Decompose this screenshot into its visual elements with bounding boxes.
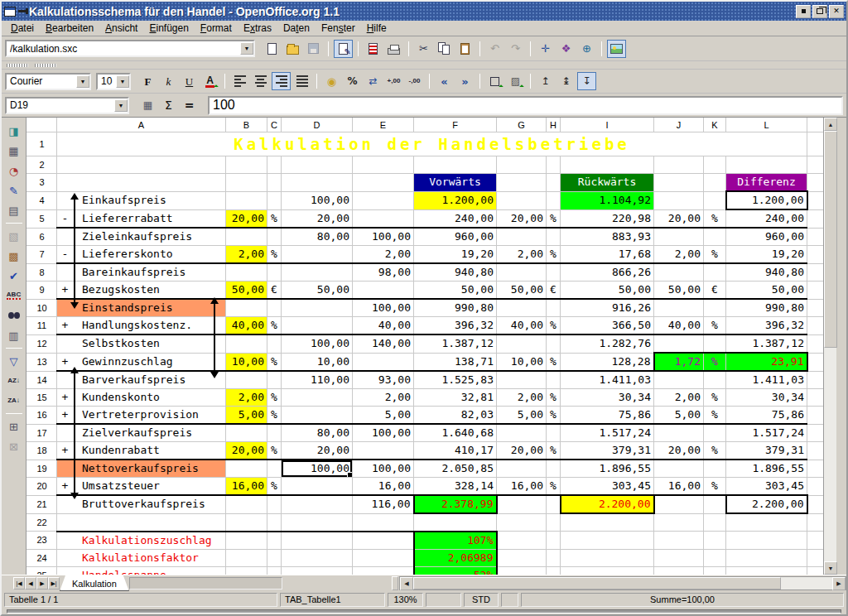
cell-filler[interactable] bbox=[807, 532, 824, 550]
cell-L6[interactable]: 960,00 bbox=[726, 228, 807, 246]
cell-L9[interactable]: 50,00 bbox=[726, 282, 807, 300]
cell-B6[interactable] bbox=[226, 228, 267, 246]
data-sources-icon[interactable]: ▥ bbox=[4, 325, 24, 345]
menu-item-einfügen[interactable]: Einfügen bbox=[143, 22, 194, 35]
cell-I23[interactable] bbox=[561, 532, 654, 550]
add-decimal-icon[interactable]: +,00 bbox=[384, 72, 403, 90]
cell-G6[interactable] bbox=[497, 228, 547, 246]
cell-L17[interactable]: 1.517,24 bbox=[726, 424, 807, 442]
column-header-H[interactable]: H bbox=[547, 118, 561, 132]
row-header-4[interactable]: 4 bbox=[27, 191, 57, 209]
column-header-C[interactable]: C bbox=[267, 118, 282, 132]
insert-icon[interactable]: ◨ bbox=[4, 121, 24, 141]
document-url-combobox[interactable]: /kalkulation.sxc ▼ bbox=[5, 40, 255, 57]
cell-A25[interactable]: Handelsspanne bbox=[57, 566, 226, 575]
cell-H19[interactable] bbox=[547, 460, 561, 478]
cell-A22[interactable] bbox=[57, 513, 226, 532]
cell-G3[interactable] bbox=[497, 174, 547, 192]
cell-B4[interactable] bbox=[226, 191, 267, 209]
cell-J12[interactable] bbox=[654, 334, 704, 353]
cell-I19[interactable]: 1.896,55 bbox=[561, 460, 654, 478]
cell-F13[interactable]: 138,71 bbox=[414, 353, 497, 371]
cell-K19[interactable] bbox=[704, 460, 726, 478]
cell-G21[interactable] bbox=[497, 495, 547, 513]
cell-F23[interactable]: 107% bbox=[414, 532, 497, 550]
previous-sheet-button[interactable]: ◀ bbox=[25, 577, 36, 590]
formula-input[interactable]: 100 bbox=[208, 96, 843, 115]
cell-C8[interactable] bbox=[267, 263, 282, 282]
cell-H2[interactable] bbox=[547, 156, 561, 174]
cell-G18[interactable]: 20,00 bbox=[497, 442, 547, 460]
row-header-13[interactable]: 13 bbox=[27, 353, 57, 371]
cell-K18[interactable]: % bbox=[704, 442, 726, 460]
cell-B13[interactable]: 10,00 bbox=[226, 353, 267, 371]
cell-E14[interactable]: 93,00 bbox=[353, 371, 414, 389]
cell-E20[interactable]: 16,00 bbox=[353, 478, 414, 496]
sort-ascending-icon[interactable]: AZ↓ bbox=[4, 371, 24, 391]
next-sheet-button[interactable]: ▶ bbox=[36, 577, 48, 590]
auto-spellcheck-icon[interactable]: ABC bbox=[4, 286, 24, 306]
cell-J20[interactable]: 16,00 bbox=[654, 478, 704, 496]
cell-L15[interactable]: 30,34 bbox=[726, 389, 807, 407]
cell-filler[interactable] bbox=[807, 282, 824, 300]
horizontal-scroll-track[interactable] bbox=[781, 577, 832, 590]
cell-D21[interactable] bbox=[282, 495, 353, 513]
cell-J13[interactable]: 1,72 bbox=[654, 353, 704, 371]
cell-F10[interactable]: 990,80 bbox=[414, 299, 497, 317]
cell-H21[interactable] bbox=[547, 495, 561, 513]
scroll-right-button[interactable]: ▶ bbox=[832, 577, 846, 590]
cell-I12[interactable]: 1.282,76 bbox=[561, 334, 654, 353]
cell-B7[interactable]: 2,00 bbox=[226, 246, 267, 264]
cell-I24[interactable] bbox=[561, 549, 654, 566]
cell-H5[interactable]: % bbox=[547, 209, 561, 228]
draw-functions-icon[interactable]: ✎ bbox=[4, 180, 24, 200]
cell-L23[interactable] bbox=[726, 532, 807, 550]
row-header-9[interactable]: 9 bbox=[27, 282, 57, 300]
sheet-tab-kalkulation[interactable]: Kalkulation bbox=[60, 575, 129, 591]
cell-C19[interactable] bbox=[267, 460, 282, 478]
cell-K25[interactable] bbox=[704, 566, 726, 575]
row-header-19[interactable]: 19 bbox=[27, 460, 57, 478]
cell-E13[interactable] bbox=[353, 353, 414, 371]
indent-decrease-icon[interactable]: « bbox=[435, 72, 454, 90]
cell-K14[interactable] bbox=[704, 371, 726, 389]
cell-F22[interactable] bbox=[414, 513, 497, 532]
cell-filler[interactable] bbox=[807, 513, 824, 532]
font-size-combobox[interactable]: 10 ▼ bbox=[96, 73, 131, 90]
cell-A23[interactable]: Kalkulationszuschlag bbox=[57, 532, 226, 550]
cell-J19[interactable] bbox=[654, 460, 704, 478]
cell-C23[interactable] bbox=[267, 532, 282, 550]
cell-K8[interactable] bbox=[704, 263, 726, 282]
cell-G4[interactable] bbox=[497, 191, 547, 209]
cell-C17[interactable] bbox=[267, 424, 282, 442]
cell-J14[interactable] bbox=[654, 371, 704, 389]
cell-K6[interactable] bbox=[704, 228, 726, 246]
row-header-12[interactable]: 12 bbox=[27, 334, 57, 353]
row-header-22[interactable]: 22 bbox=[27, 513, 57, 532]
row-header-14[interactable]: 14 bbox=[27, 371, 57, 389]
cell-L3[interactable]: Differenz bbox=[726, 174, 807, 192]
column-header-D[interactable]: D bbox=[282, 118, 353, 132]
cell-E16[interactable]: 5,00 bbox=[353, 407, 414, 425]
cell-H10[interactable] bbox=[547, 299, 561, 317]
cell-K4[interactable] bbox=[704, 191, 726, 209]
cell-filler[interactable] bbox=[807, 132, 824, 156]
cell-A21[interactable]: Bruttoverkaufspreis bbox=[57, 495, 226, 513]
cell-F8[interactable]: 940,80 bbox=[414, 263, 497, 282]
cell-D7[interactable] bbox=[282, 246, 353, 264]
column-header-G[interactable]: G bbox=[497, 118, 547, 132]
cell-A16[interactable]: +Vertreterprovision bbox=[57, 407, 226, 425]
copy-icon[interactable] bbox=[435, 40, 454, 58]
cell-J16[interactable]: 5,00 bbox=[654, 407, 704, 425]
cell-G20[interactable]: 16,00 bbox=[497, 478, 547, 496]
cell-K23[interactable] bbox=[704, 532, 726, 550]
cell-I10[interactable]: 916,26 bbox=[561, 299, 654, 317]
cell-F18[interactable]: 410,17 bbox=[414, 442, 497, 460]
vertical-scrollbar[interactable]: ▲ ▼ bbox=[823, 118, 836, 575]
cell-F5[interactable]: 240,00 bbox=[414, 209, 497, 228]
cell-H4[interactable] bbox=[547, 191, 561, 209]
cell-A11[interactable]: +Handlungskostenz. bbox=[57, 317, 226, 335]
cell-F14[interactable]: 1.525,83 bbox=[414, 371, 497, 389]
align-justify-button[interactable] bbox=[292, 72, 311, 90]
cell-F2[interactable] bbox=[414, 156, 497, 174]
